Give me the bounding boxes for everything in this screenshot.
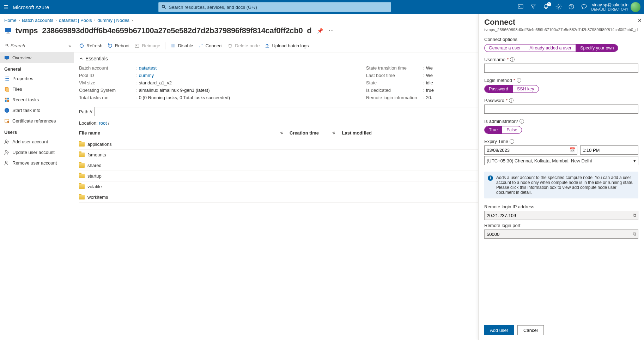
ess-tasks-label: Total tasks run [79, 95, 135, 100]
crumb-batch[interactable]: Batch accounts [22, 18, 53, 23]
ess-batch-account-link[interactable]: qatartest [139, 65, 157, 71]
sidebar-item-add-user[interactable]: Add user account [0, 136, 74, 147]
crumb-account[interactable]: qatartest | Pools [59, 18, 92, 23]
pill-specify-own[interactable]: Specify your own [576, 44, 618, 52]
essentials-label: Essentials [85, 56, 108, 61]
refresh-button[interactable]: Refresh [79, 43, 103, 48]
remote-ip-value[interactable] [484, 211, 638, 220]
sidebar-item-files[interactable]: Files [0, 84, 74, 94]
pill-password[interactable]: Password [485, 85, 512, 93]
timezone-value: (UTC+05:30) Chennai, Kolkata, Mumbai, Ne… [487, 158, 592, 163]
path-label: Path:// [79, 109, 92, 114]
update-user-icon [4, 150, 10, 155]
avatar[interactable] [631, 2, 640, 12]
col-creation-time[interactable]: ⇅ Creation time [266, 130, 319, 136]
copy-icon[interactable]: ⧉ [633, 231, 636, 237]
panel-title: Connect [484, 18, 638, 27]
username-label-text: Username [484, 57, 505, 62]
col-last-modified[interactable]: ⇅ Last modified [319, 130, 372, 136]
sidebar-item-overview[interactable]: Overview [0, 52, 74, 63]
ess-state-label: State [366, 80, 423, 85]
sidebar-item-certificate-references[interactable]: Certificate references [0, 115, 74, 126]
top-bar: ☰ Microsoft Azure 1 vinay.sp@suketa.in D… [0, 0, 644, 14]
crumb-home[interactable]: Home [4, 18, 17, 23]
info-icon[interactable]: i [520, 119, 524, 124]
sidebar-item-properties[interactable]: Properties [0, 73, 74, 84]
ess-pool-id-link[interactable]: dummy [139, 73, 154, 78]
ess-state-trans-label: State transition time [366, 65, 423, 71]
panel-subtitle: tvmps_238669893d0dff6b4e659b67100a27e5e5… [484, 28, 638, 32]
username-input[interactable] [484, 64, 638, 73]
pill-generate-user[interactable]: Generate a user [485, 44, 525, 52]
cancel-button[interactable]: Cancel [517, 325, 543, 335]
ess-pool-id-label: Pool ID [79, 73, 135, 78]
collapse-sidebar-icon[interactable]: « [68, 43, 71, 48]
info-icon[interactable]: i [517, 78, 521, 83]
account-menu[interactable]: vinay.sp@suketa.in DEFAULT DIRECTORY [591, 3, 628, 11]
certificate-icon [4, 118, 10, 124]
global-search-input[interactable] [169, 5, 388, 10]
info-icon[interactable]: i [509, 98, 514, 103]
timezone-select[interactable]: (UTC+05:30) Chennai, Kolkata, Mumbai, Ne… [484, 156, 638, 165]
cloud-shell-icon[interactable] [517, 4, 524, 11]
close-icon[interactable]: ✕ [638, 18, 642, 23]
expiry-time-input[interactable] [580, 145, 638, 155]
copy-icon[interactable]: ⧉ [633, 213, 636, 218]
sidebar-search-input[interactable] [11, 43, 64, 48]
pin-icon[interactable]: 📌 [317, 28, 323, 34]
sidebar-item-label: Recent tasks [12, 97, 39, 102]
properties-icon [4, 76, 10, 81]
connect-panel: Connect tvmps_238669893d0dff6b4e659b6710… [478, 14, 644, 340]
sidebar-item-start-task-info[interactable]: i Start task info [0, 105, 74, 115]
remote-port-value[interactable] [484, 229, 638, 239]
ess-os-value: almalinux almalinux 9-gen1 (latest) [139, 88, 210, 93]
info-note[interactable]: i Adds a user account to the specified c… [484, 172, 638, 198]
more-icon[interactable]: ⋯ [329, 28, 334, 34]
expiry-date-input[interactable] [484, 145, 577, 155]
notifications-icon[interactable]: 1 [543, 4, 549, 11]
sidebar-item-label: Certificate references [12, 118, 56, 124]
reboot-label: Reboot [115, 43, 130, 48]
sidebar-search[interactable] [3, 41, 66, 50]
ess-state-value: idle [426, 80, 433, 85]
pill-ssh-key[interactable]: SSH key [512, 85, 539, 93]
help-icon[interactable] [568, 4, 575, 11]
ess-last-boot-label: Last boot time [366, 73, 423, 78]
feedback-icon[interactable] [581, 4, 587, 11]
sidebar-search-row: « [0, 39, 74, 52]
sidebar-item-label: Properties [12, 76, 33, 81]
password-input[interactable] [484, 105, 638, 114]
global-search[interactable] [158, 2, 391, 12]
settings-icon[interactable] [555, 4, 562, 11]
col-file-name[interactable]: File name [79, 130, 266, 136]
location-prefix: Location: [79, 120, 99, 126]
reboot-button[interactable]: Reboot [108, 43, 130, 48]
sidebar-item-remove-user[interactable]: Remove user account [0, 157, 74, 168]
svg-point-21 [136, 45, 137, 46]
col-creation-label: Creation time [290, 130, 319, 136]
file-name: workitems [87, 195, 108, 200]
svg-rect-3 [7, 32, 9, 33]
sidebar-item-label: Remove user account [12, 160, 57, 166]
info-icon[interactable]: i [510, 139, 514, 144]
hamburger-icon[interactable]: ☰ [4, 4, 8, 11]
password-label: Password * i [484, 98, 638, 103]
pill-false[interactable]: False [502, 126, 522, 133]
disable-button[interactable]: Disable [170, 43, 193, 48]
brand-label[interactable]: Microsoft Azure [13, 4, 49, 10]
add-user-button[interactable]: Add user [484, 325, 514, 335]
col-file-label: File name [79, 130, 100, 136]
pill-already-added[interactable]: Already added a user [525, 44, 576, 52]
sidebar-item-recent-tasks[interactable]: Recent tasks [0, 94, 74, 105]
location-root-link[interactable]: root [99, 120, 107, 126]
sidebar: « Overview General Properties Files Rece… [0, 39, 74, 337]
upload-logs-button[interactable]: Upload batch logs [265, 43, 309, 48]
svg-point-19 [5, 161, 7, 163]
directory-filter-icon[interactable] [530, 4, 536, 11]
crumb-pool[interactable]: dummy | Nodes [97, 18, 129, 23]
connect-button[interactable]: Connect [198, 43, 223, 48]
svg-point-0 [558, 6, 559, 7]
info-icon[interactable]: i [510, 57, 515, 62]
pill-true[interactable]: True [485, 126, 502, 133]
sidebar-item-update-user[interactable]: Update user account [0, 147, 74, 157]
